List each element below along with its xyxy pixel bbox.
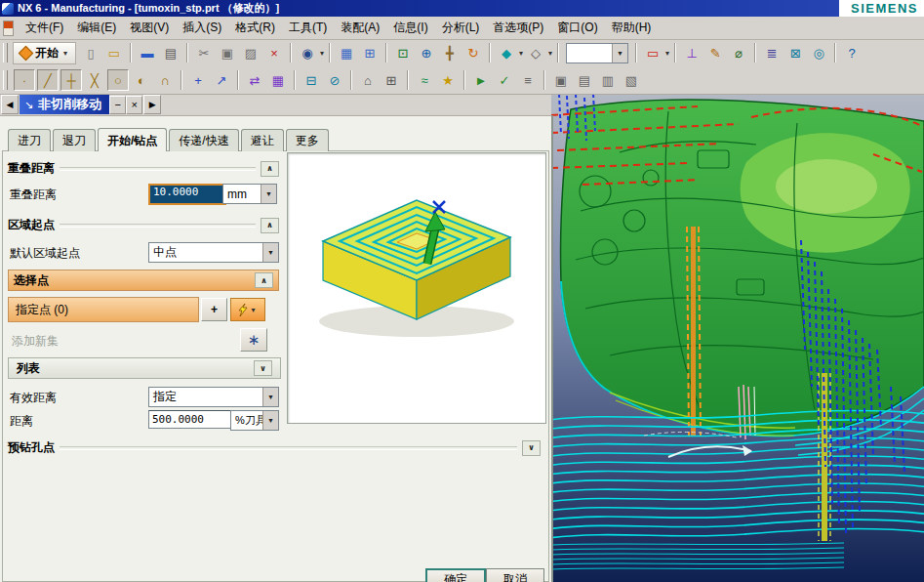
tool-view-icon[interactable]: ▧ (621, 69, 642, 91)
menu-item-12[interactable]: 帮助(H) (605, 18, 659, 38)
default-region-start-dropdown[interactable]: 中点 ▼ (148, 242, 279, 263)
collapse-chevron-icon[interactable]: ∧ (261, 161, 279, 177)
window-cascade-icon[interactable]: ▦ (336, 42, 357, 63)
graphics-viewport[interactable] (551, 94, 924, 582)
distance-input[interactable]: 500.0000 (148, 410, 232, 429)
overlap-group-header[interactable]: 重叠距离 ∧ (8, 160, 279, 177)
dropdown-arrow-icon[interactable]: ▼ (262, 388, 278, 406)
open-part-icon[interactable]: ▭ (103, 42, 125, 63)
title-bar[interactable]: NX 6 - Manufacturing - [tumoxin_stp.prt … (0, 0, 924, 17)
menu-item-10[interactable]: 首选项(P) (486, 18, 550, 38)
datum-plane-icon[interactable]: ⊥ (681, 42, 703, 63)
selection-filter-icon[interactable]: ▭ (642, 42, 663, 63)
immediate-hide-icon[interactable]: ⊘ (324, 69, 345, 91)
geometry-view-icon[interactable]: ▥ (597, 69, 619, 91)
dialog-title[interactable]: ↘ 非切削移动 (20, 95, 109, 114)
orient-view-icon[interactable]: ⌂ (357, 69, 379, 91)
dropdown-arrow-icon[interactable]: ▾ (519, 49, 523, 58)
predrill-group-header[interactable]: 预钻孔点 ∨ (8, 439, 541, 456)
snap-endpoint-icon[interactable]: ╱ (37, 69, 59, 91)
cut-icon[interactable]: ✂ (193, 42, 215, 63)
menu-item-9[interactable]: 分析(L) (435, 18, 487, 38)
nc-assistant-icon[interactable]: ★ (437, 69, 459, 91)
tab-6[interactable]: 更多 (286, 129, 329, 151)
pan-icon[interactable]: ╋ (439, 42, 461, 63)
menu-item-3[interactable]: 视图(V) (123, 18, 176, 38)
menu-item-1[interactable]: 文件(F) (19, 18, 70, 38)
toolbar-grip[interactable] (3, 70, 8, 90)
view-layout-combo[interactable]: ▼ (566, 43, 628, 63)
dropdown-arrow-icon[interactable]: ▼ (612, 44, 627, 62)
delete-icon[interactable]: × (263, 42, 285, 63)
menu-item-11[interactable]: 窗口(O) (550, 18, 604, 38)
menu-item-4[interactable]: 插入(S) (176, 18, 228, 38)
point-dialog-button[interactable]: + (201, 298, 227, 321)
nav-forward-button[interactable]: ▶ (143, 95, 161, 114)
cancel-button[interactable]: 取消 (486, 568, 544, 582)
dropdown-arrow-icon[interactable]: ▼ (262, 411, 278, 430)
copy-icon[interactable]: ▣ (217, 42, 238, 63)
shaded-display-icon[interactable]: ◆ (496, 42, 517, 63)
expand-chevron-icon[interactable]: ∨ (522, 440, 541, 456)
help-icon[interactable]: ? (841, 42, 863, 63)
menu-item-6[interactable]: 工具(T) (282, 18, 334, 38)
move-object-icon[interactable]: ⇄ (244, 69, 265, 91)
verify-toolpath-icon[interactable]: ✓ (494, 69, 515, 91)
collapse-chevron-icon[interactable]: ∧ (255, 272, 273, 288)
show-hide-icon[interactable]: ◎ (808, 42, 829, 63)
ok-button[interactable]: 确定 (425, 568, 486, 582)
dialog-close-button[interactable]: × (126, 96, 142, 114)
expand-chevron-icon[interactable]: ∨ (254, 360, 272, 376)
dropdown-arrow-icon[interactable]: ▾ (320, 49, 324, 58)
specify-point-row[interactable]: 指定点 (0) (8, 297, 199, 322)
viewport-3d-scene[interactable] (551, 94, 924, 582)
dialog-minimize-button[interactable]: − (109, 96, 126, 114)
tab-4[interactable]: 传递/快速 (169, 129, 238, 151)
tab-3[interactable]: 开始/钻点 (98, 128, 167, 151)
select-point-subgroup-header[interactable]: 选择点 ∧ (8, 270, 279, 291)
vector-constructor-icon[interactable]: ↗ (211, 69, 232, 91)
snap-quadrant-icon[interactable]: ◐ (131, 69, 152, 91)
object-display-icon[interactable]: ⊠ (784, 42, 806, 63)
new-part-icon[interactable]: ▯ (80, 42, 101, 63)
edit-display-icon[interactable]: ⊟ (301, 69, 322, 91)
sketch-icon[interactable]: ✎ (704, 42, 726, 63)
tab-1[interactable]: 进刀 (8, 129, 51, 151)
pattern-object-icon[interactable]: ▦ (267, 69, 289, 91)
collapse-chevron-icon[interactable]: ∧ (261, 218, 279, 233)
machine-tool-view-icon[interactable]: ▣ (550, 69, 572, 91)
zoom-icon[interactable]: ⊕ (416, 42, 437, 63)
tab-2[interactable]: 退刀 (53, 129, 96, 151)
nav-back-button[interactable]: ◀ (1, 95, 19, 114)
section-view-icon[interactable]: ⊞ (381, 69, 402, 91)
dropdown-arrow-icon[interactable]: ▼ (261, 185, 276, 203)
layer-settings-icon[interactable]: ≣ (761, 42, 783, 63)
add-new-set-button[interactable]: ∗ (240, 328, 267, 352)
effective-distance-dropdown[interactable]: 指定 ▼ (148, 387, 279, 407)
analysis-icon[interactable]: ≈ (414, 69, 435, 91)
generate-toolpath-icon[interactable]: ► (470, 69, 492, 91)
print-icon[interactable]: ▤ (160, 42, 181, 63)
toolbar-grip[interactable] (3, 43, 8, 62)
snap-midpoint-icon[interactable]: ┼ (60, 69, 82, 91)
measure-distance-icon[interactable]: ⌀ (728, 42, 749, 63)
list-section-header[interactable]: 列表 ∨ (8, 357, 281, 379)
overlap-distance-input[interactable]: 10.0000 (148, 184, 226, 205)
menu-item-8[interactable]: 信息(I) (386, 18, 434, 38)
distance-unit-dropdown[interactable]: %刀具 ▼ (230, 410, 279, 431)
snap-intersection-icon[interactable]: ╳ (84, 69, 105, 91)
dropdown-arrow-icon[interactable]: ▼ (262, 243, 278, 262)
menu-item-2[interactable]: 编辑(E) (70, 18, 123, 38)
rotate-view-icon[interactable]: ↻ (462, 42, 484, 63)
paste-icon[interactable]: ▨ (240, 42, 261, 63)
start-menu-button[interactable]: 开始 ▾ (13, 42, 76, 64)
point-constructor-icon[interactable]: + (187, 69, 209, 91)
snap-tangent-icon[interactable]: ∩ (154, 69, 176, 91)
tab-5[interactable]: 避让 (241, 129, 284, 151)
save-part-icon[interactable]: ▬ (137, 42, 158, 63)
wireframe-display-icon[interactable]: ◇ (525, 42, 546, 63)
dropdown-arrow-icon[interactable]: ▾ (665, 49, 669, 58)
find-icon[interactable]: ◉ (297, 42, 318, 63)
overlap-unit-dropdown[interactable]: mm ▼ (222, 184, 277, 204)
full-screen-icon[interactable]: ⊞ (359, 42, 381, 63)
